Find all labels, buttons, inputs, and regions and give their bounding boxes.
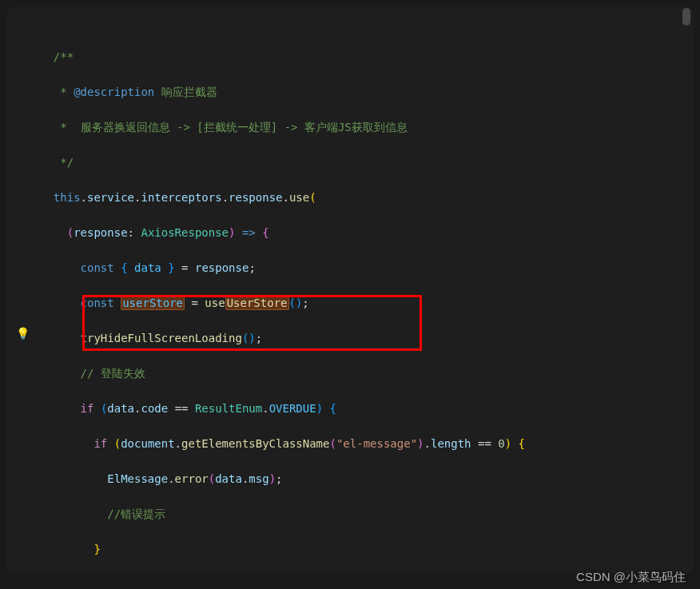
code-line: // 登陆失效: [40, 364, 694, 382]
watermark-text: CSDN @小菜鸟码住: [576, 568, 686, 586]
code-line: if (document.getElementsByClassName("el-…: [40, 435, 694, 452]
code-line: /**: [40, 48, 694, 66]
code-line: (response: AxiosResponse) => {: [40, 224, 694, 241]
lightbulb-icon[interactable]: 💡: [16, 324, 30, 342]
code-line: if (data.code == ResultEnum.OVERDUE) {: [40, 400, 694, 417]
editor-gutter: 💡: [6, 6, 30, 573]
code-line: const { data } = response;: [40, 259, 694, 277]
scrollbar-thumb[interactable]: [682, 8, 690, 26]
code-line: ElMessage.error(data.msg);: [40, 470, 694, 488]
code-line: const userStore = useUserStore();: [40, 294, 694, 312]
code-editor[interactable]: 💡 /** * @description 响应拦截器 * 服务器换返回信息 ->…: [6, 6, 694, 573]
code-area[interactable]: /** * @description 响应拦截器 * 服务器换返回信息 -> […: [6, 13, 694, 573]
code-line: * @description 响应拦截器: [40, 83, 694, 101]
code-line: }: [40, 540, 694, 558]
code-line: tryHideFullScreenLoading();: [40, 329, 694, 347]
code-line: this.service.interceptors.response.use(: [40, 189, 694, 206]
code-line: * 服务器换返回信息 -> [拦截统一处理] -> 客户端JS获取到信息: [40, 118, 694, 136]
code-line: //错误提示: [40, 505, 694, 523]
code-line: */: [40, 153, 694, 171]
